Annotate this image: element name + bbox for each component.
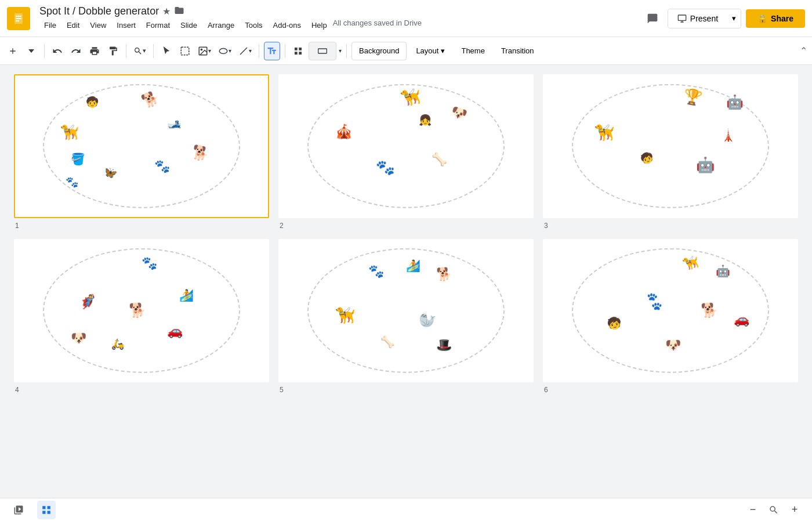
chevron-down-icon: ▾: [732, 14, 736, 23]
slide-wrapper-4: 🐾 🦸 🐕 🏄 🚗 🐶 🛵 4: [14, 239, 269, 395]
char: 🐶: [450, 104, 469, 122]
char: 🐾: [375, 160, 395, 176]
undo-button[interactable]: [49, 42, 66, 60]
char: 🐾: [368, 265, 384, 278]
char: 🦭: [419, 313, 436, 327]
menu-edit[interactable]: Edit: [62, 19, 84, 32]
char: 🧒: [86, 97, 99, 107]
char: 🐕: [129, 303, 146, 317]
char: 🏄: [406, 260, 420, 272]
char: 🦮: [60, 125, 79, 140]
image-button[interactable]: ▾: [195, 42, 213, 60]
slide-num-1: 1: [15, 222, 269, 230]
svg-rect-2: [16, 20, 19, 21]
char: 🦮: [594, 125, 615, 141]
toolbar-separator-6: [346, 44, 347, 58]
char: 🦮: [400, 88, 422, 108]
layout-label: Layout: [416, 46, 438, 55]
char: 🎩: [436, 339, 452, 352]
doc-title-text[interactable]: Spot It / Dobble generator: [39, 5, 159, 17]
slide-chars-2: 🦮 🎪 👧 🐶 🦴 🐾: [280, 75, 532, 217]
menu-view[interactable]: View: [85, 19, 111, 32]
redo-button[interactable]: [68, 42, 84, 60]
slide-num-6: 6: [544, 386, 798, 394]
menu-insert[interactable]: Insert: [112, 19, 140, 32]
slide-5[interactable]: 🐾 🏄 🐕 🦮 🦭 🦴 🎩: [278, 239, 534, 383]
transition-button[interactable]: Transition: [494, 42, 541, 60]
theme-button[interactable]: Theme: [454, 42, 491, 60]
layout-arrow-icon: ▾: [441, 46, 445, 55]
char: 🤖: [716, 265, 730, 277]
menu-slide[interactable]: Slide: [176, 19, 202, 32]
slide-wrapper-5: 🐾 🏄 🐕 🦮 🦭 🦴 🎩 5: [278, 239, 534, 395]
zoom-button[interactable]: ▾: [131, 42, 148, 60]
present-dropdown-button[interactable]: ▾: [727, 9, 741, 27]
lock-icon: 🔒: [757, 14, 767, 23]
comment-button[interactable]: [642, 8, 663, 29]
select-button[interactable]: [177, 42, 193, 60]
svg-rect-4: [181, 47, 189, 55]
char: 🛵: [111, 339, 124, 349]
grid-view-button[interactable]: [290, 42, 306, 60]
slide-3[interactable]: 🏆 🤖 🦮 🗼 🧒 🤖: [543, 74, 798, 218]
menu-arrange[interactable]: Arrange: [203, 19, 239, 32]
star-icon[interactable]: ★: [162, 6, 171, 17]
slide-6[interactable]: 🦮 🤖 🐾 🐕 🚗 🧒 🐶: [543, 239, 798, 383]
line-button[interactable]: ▾: [236, 42, 254, 60]
present-label: Present: [690, 14, 718, 23]
background-button[interactable]: Background: [351, 42, 407, 60]
char: 🐾: [154, 160, 170, 173]
layout-button[interactable]: Layout ▾: [409, 42, 452, 60]
slide-2[interactable]: 🦮 🎪 👧 🐶 🦴 🐾: [278, 74, 534, 218]
text-box-button[interactable]: [264, 42, 280, 60]
new-slide-button[interactable]: [5, 42, 21, 60]
menu-bar: File Edit View Insert Format Slide Arran…: [39, 19, 637, 32]
app-logo: [7, 7, 30, 30]
char: 🐶: [665, 339, 681, 352]
svg-rect-8: [318, 49, 327, 53]
print-button[interactable]: [86, 42, 103, 60]
main-area: 🧒 🐕 🦮 🪣 🦋 🐾 🐕 🎿 🐾 1 🦮 🎪: [0, 65, 812, 498]
slide-num-3: 3: [544, 222, 798, 230]
layout-selector-button[interactable]: [309, 42, 336, 60]
char: 🐕: [436, 268, 452, 281]
char: 🚗: [734, 313, 749, 326]
slide-num-4: 4: [15, 386, 269, 394]
menu-help[interactable]: Help: [307, 19, 332, 32]
svg-rect-1: [16, 18, 21, 19]
menu-tools[interactable]: Tools: [240, 19, 267, 32]
svg-point-7: [219, 48, 227, 53]
slide-4[interactable]: 🐾 🦸 🐕 🏄 🚗 🐶 🛵: [14, 239, 269, 383]
toolbar-separator-5: [285, 44, 285, 58]
char: 🚗: [167, 325, 183, 338]
zoom-in-button[interactable]: +: [786, 502, 803, 518]
char: 🗼: [721, 129, 735, 141]
new-slide-dropdown-button[interactable]: [23, 42, 39, 60]
zoom-out-button[interactable]: −: [745, 502, 761, 518]
filmstrip-view-button[interactable]: [9, 501, 28, 519]
present-main-button[interactable]: Present: [668, 9, 727, 28]
svg-rect-0: [16, 16, 21, 17]
char: 🦸: [77, 291, 99, 310]
cursor-button[interactable]: [158, 42, 175, 60]
folder-icon[interactable]: [174, 5, 184, 17]
char: 🦮: [682, 255, 700, 272]
collapse-toolbar-button[interactable]: ⌃: [800, 45, 807, 56]
menu-format[interactable]: Format: [142, 19, 175, 32]
share-button[interactable]: 🔒 Share: [746, 9, 805, 28]
char: 🤖: [726, 95, 744, 109]
slide-1[interactable]: 🧒 🐕 🦮 🪣 🦋 🐾 🐕 🎿 🐾: [14, 74, 269, 218]
present-button[interactable]: Present ▾: [668, 9, 741, 28]
line-dropdown-icon: ▾: [249, 48, 252, 54]
char: 🦴: [380, 336, 395, 348]
char: 🧒: [639, 151, 654, 165]
paint-format-button[interactable]: [105, 42, 121, 60]
zoom-search-icon: [766, 502, 782, 518]
menu-addons[interactable]: Add-ons: [269, 19, 306, 32]
char: 👧: [419, 115, 432, 125]
shape-button[interactable]: ▾: [216, 42, 234, 60]
grid-view-toggle-button[interactable]: [37, 501, 56, 519]
char: 🤖: [696, 157, 715, 172]
zoom-level: ▾: [143, 47, 146, 55]
menu-file[interactable]: File: [39, 19, 61, 32]
